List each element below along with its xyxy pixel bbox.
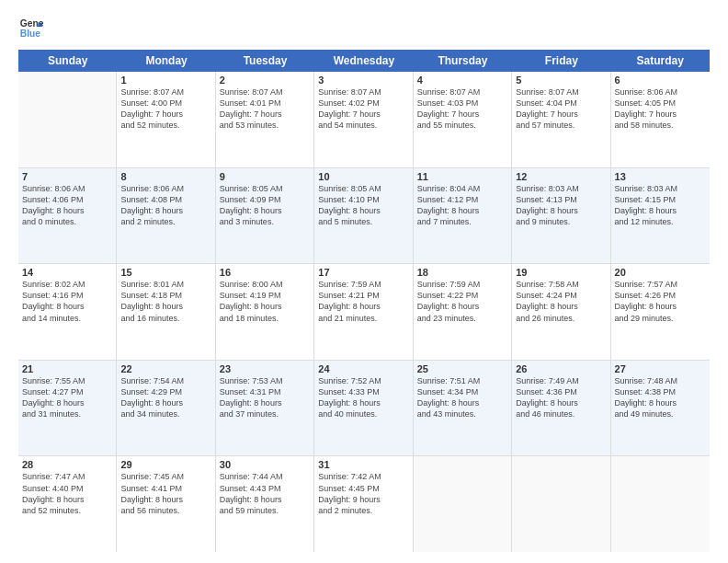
cell-line: Sunrise: 8:03 AM [516,183,606,194]
calendar-cell: 19Sunrise: 7:58 AMSunset: 4:24 PMDayligh… [512,264,610,360]
header: General Blue [18,15,710,40]
calendar-cell: 21Sunrise: 7:55 AMSunset: 4:27 PMDayligh… [18,361,117,456]
day-number: 27 [615,363,706,374]
cell-line: Sunset: 4:21 PM [318,290,408,301]
day-number: 14 [22,267,112,278]
cell-line: Sunset: 4:10 PM [318,194,408,205]
day-number: 26 [516,363,606,374]
day-number: 23 [220,363,310,374]
calendar-cell: 3Sunrise: 8:07 AMSunset: 4:02 PMDaylight… [314,72,413,167]
cell-line: Sunset: 4:08 PM [120,194,210,205]
cell-line: and 52 minutes. [22,505,112,516]
calendar-cell: 4Sunrise: 8:07 AMSunset: 4:03 PMDaylight… [414,72,512,167]
cell-line: and 57 minutes. [516,120,606,131]
calendar-cell: 8Sunrise: 8:06 AMSunset: 4:08 PMDaylight… [117,168,215,264]
calendar-cell: 28Sunrise: 7:47 AMSunset: 4:40 PMDayligh… [18,456,117,552]
cell-line: Daylight: 8 hours [120,301,210,312]
cell-line: and 2 minutes. [120,216,210,227]
cell-line: Daylight: 8 hours [516,205,606,216]
cell-line: Sunrise: 8:01 AM [120,279,210,290]
calendar-body: 1Sunrise: 8:07 AMSunset: 4:00 PMDaylight… [18,72,710,552]
cell-line: Sunset: 4:27 PM [22,386,112,397]
calendar-cell: 17Sunrise: 7:59 AMSunset: 4:21 PMDayligh… [314,264,413,360]
cell-line: Sunset: 4:24 PM [516,290,606,301]
cell-line: Sunrise: 7:44 AM [220,471,310,482]
day-number: 24 [318,363,408,374]
day-number: 17 [318,267,408,278]
day-number: 31 [318,459,408,470]
cell-line: and 49 minutes. [615,408,706,419]
cell-line: Sunrise: 8:06 AM [22,183,112,194]
page: General Blue SundayMondayTuesdayWednesda… [0,0,728,563]
calendar-header: SundayMondayTuesdayWednesdayThursdayFrid… [18,50,710,72]
calendar-cell: 29Sunrise: 7:45 AMSunset: 4:41 PMDayligh… [117,456,215,552]
cell-line: Sunrise: 7:51 AM [417,375,507,386]
cell-line: Sunrise: 8:06 AM [615,86,706,98]
calendar-cell: 30Sunrise: 7:44 AMSunset: 4:43 PMDayligh… [216,456,314,552]
cell-line: Sunrise: 7:54 AM [120,375,210,386]
calendar-cell: 12Sunrise: 8:03 AMSunset: 4:13 PMDayligh… [512,168,610,264]
cell-line: Sunset: 4:00 PM [120,98,210,109]
cell-line: Sunset: 4:43 PM [220,483,310,494]
cell-line: Sunset: 4:02 PM [318,98,408,109]
day-number: 4 [417,75,507,86]
calendar-cell: 10Sunrise: 8:05 AMSunset: 4:10 PMDayligh… [314,168,413,264]
calendar-cell [18,72,117,167]
cell-line: Sunset: 4:45 PM [318,483,408,494]
calendar-cell: 1Sunrise: 8:07 AMSunset: 4:00 PMDaylight… [117,72,215,167]
calendar-row: 14Sunrise: 8:02 AMSunset: 4:16 PMDayligh… [18,264,710,361]
cell-line: and 55 minutes. [417,120,507,131]
cell-line: and 54 minutes. [318,120,408,131]
day-number: 6 [615,75,706,86]
day-number: 18 [417,267,507,278]
day-number: 30 [220,459,310,470]
cell-line: and 23 minutes. [417,313,507,324]
day-number: 3 [318,75,408,86]
cell-line: Sunrise: 7:42 AM [318,471,408,482]
cell-line: and 59 minutes. [220,505,310,516]
cell-line: Sunset: 4:01 PM [220,98,310,109]
calendar-cell: 26Sunrise: 7:49 AMSunset: 4:36 PMDayligh… [512,361,610,456]
cell-line: Sunrise: 7:45 AM [120,471,210,482]
cell-line: Sunset: 4:03 PM [417,98,507,109]
cell-line: Sunset: 4:16 PM [22,290,112,301]
cell-line: and 31 minutes. [22,408,112,419]
cell-line: Sunrise: 8:06 AM [120,183,210,194]
cell-line: and 21 minutes. [318,313,408,324]
cell-line: and 16 minutes. [120,313,210,324]
cell-line: Sunset: 4:41 PM [120,483,210,494]
cell-line: and 2 minutes. [318,505,408,516]
day-number: 5 [516,75,606,86]
day-number: 2 [220,75,310,86]
cell-line: Daylight: 8 hours [318,301,408,312]
cell-line: Sunset: 4:36 PM [516,386,606,397]
calendar-cell: 23Sunrise: 7:53 AMSunset: 4:31 PMDayligh… [216,361,314,456]
calendar-cell: 6Sunrise: 8:06 AMSunset: 4:05 PMDaylight… [611,72,710,167]
day-number: 19 [516,267,606,278]
cell-line: Daylight: 8 hours [22,397,112,408]
cell-line: Sunset: 4:18 PM [120,290,210,301]
cell-line: Sunrise: 7:52 AM [318,375,408,386]
day-number: 8 [120,171,210,182]
cell-line: Sunrise: 8:07 AM [417,86,507,98]
calendar-cell [611,456,710,552]
cell-line: Sunset: 4:26 PM [615,290,706,301]
day-number: 9 [220,171,310,182]
calendar-cell: 14Sunrise: 8:02 AMSunset: 4:16 PMDayligh… [18,264,117,360]
calendar-cell: 9Sunrise: 8:05 AMSunset: 4:09 PMDaylight… [216,168,314,264]
cell-line: and 3 minutes. [220,216,310,227]
cell-line: and 0 minutes. [22,216,112,227]
day-number: 10 [318,171,408,182]
calendar-cell: 13Sunrise: 8:03 AMSunset: 4:15 PMDayligh… [611,168,710,264]
cell-line: Sunrise: 7:57 AM [615,279,706,290]
cell-line: and 14 minutes. [22,313,112,324]
calendar-cell: 18Sunrise: 7:59 AMSunset: 4:22 PMDayligh… [414,264,512,360]
cell-line: Daylight: 8 hours [120,494,210,505]
calendar-row: 21Sunrise: 7:55 AMSunset: 4:27 PMDayligh… [18,361,710,457]
day-number: 22 [120,363,210,374]
cell-line: and 5 minutes. [318,216,408,227]
calendar-cell: 11Sunrise: 8:04 AMSunset: 4:12 PMDayligh… [414,168,512,264]
day-number: 13 [615,171,706,182]
weekday-header: Friday [512,50,610,72]
calendar-cell: 20Sunrise: 7:57 AMSunset: 4:26 PMDayligh… [611,264,710,360]
